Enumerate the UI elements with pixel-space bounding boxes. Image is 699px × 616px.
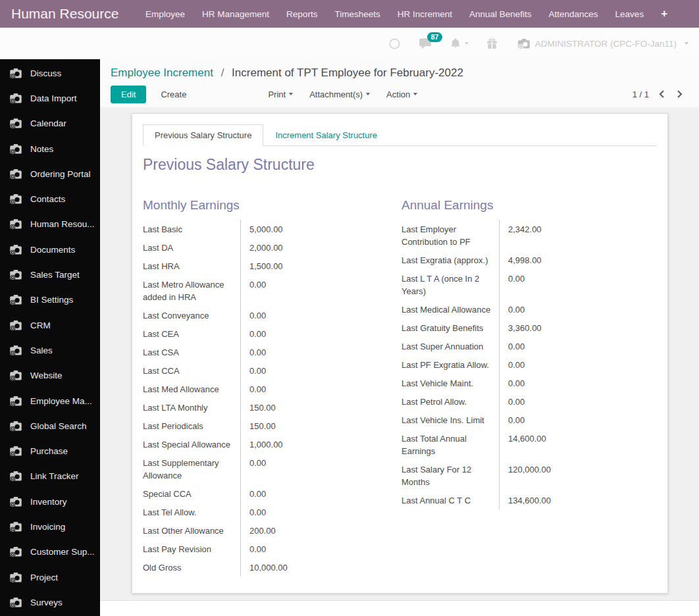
sidebar-item-calendar[interactable]: Calendar — [0, 111, 100, 136]
sidebar-item-documents[interactable]: Documents — [0, 237, 100, 262]
notebook-tabs: Previous Salary Structure Increment Sala… — [143, 124, 657, 146]
field-value: 0.00 — [240, 361, 390, 380]
field-label: Last Employer Contribution to PF — [401, 220, 499, 251]
attachments-dropdown[interactable]: Attachment(s) — [309, 90, 370, 99]
broken-image-icon — [9, 345, 22, 356]
field-value: 0.00 — [240, 484, 390, 503]
field-row: Last HRA 1,500.00 — [143, 257, 390, 275]
nav-item-hr-management[interactable]: HR Management — [194, 9, 278, 19]
nav-item-attendances[interactable]: Attendances — [540, 9, 607, 19]
broken-image-icon — [9, 496, 22, 507]
field-label: Last CEA — [143, 324, 240, 343]
field-label: Last Metro Allowance added in HRA — [143, 275, 240, 306]
user-name: ADMINISTRATOR (CPC-FO-Jan11) — [535, 39, 677, 49]
field-row: Last Pay Revision 0.00 — [143, 540, 390, 558]
sidebar-item-label: Project — [30, 573, 58, 582]
field-value: 150.00 — [240, 398, 390, 417]
pager-previous-button[interactable] — [656, 88, 667, 100]
sidebar-item-bi-settings[interactable]: BI Settings — [0, 288, 100, 313]
broken-image-icon — [9, 143, 22, 155]
button-row: Edit Create Print Attachment(s) Action 1… — [111, 85, 690, 103]
sidebar-item-link-tracker[interactable]: Link Tracker — [0, 464, 100, 489]
sidebar-item-website[interactable]: Website — [0, 363, 100, 388]
broken-image-icon — [9, 597, 22, 608]
edit-button[interactable]: Edit — [111, 86, 146, 103]
sidebar-item-label: Surveys — [30, 598, 63, 607]
broken-image-icon — [9, 244, 22, 255]
field-row: Last DA 2,000.00 — [143, 238, 390, 257]
sidebar-item-contacts[interactable]: Contacts — [0, 186, 100, 211]
sidebar-item-label: Link Tracker — [30, 471, 79, 481]
broken-image-icon — [9, 597, 22, 608]
sidebar-item-discuss[interactable]: Discuss — [0, 61, 100, 86]
sidebar-item-label: Purchase — [30, 446, 68, 456]
sidebar-item-label: Notes — [30, 144, 53, 154]
chevron-down-icon — [413, 93, 417, 95]
nav-item-employee[interactable]: Employee — [137, 9, 194, 19]
sidebar-item-label: Sales Target — [30, 270, 80, 280]
sidebar-item-data-import[interactable]: Data Import — [0, 86, 100, 111]
field-value: 1,500.00 — [240, 257, 390, 275]
sidebar-item-invoicing[interactable]: Invoicing — [0, 514, 100, 539]
broken-image-icon — [9, 345, 22, 356]
field-value: 0.00 — [240, 306, 390, 324]
field-label: Last Gratuity Benefits — [401, 319, 499, 337]
sidebar-item-human-resou[interactable]: Human Resou... — [0, 212, 100, 237]
sidebar-item-label: Documents — [30, 245, 75, 255]
sidebar-item-label: Contacts — [30, 194, 65, 204]
notifications-menu[interactable] — [450, 38, 469, 49]
field-value: 0.00 — [499, 300, 649, 319]
tab-increment-salary-structure[interactable]: Increment Salary Structure — [263, 124, 389, 146]
sidebar-item-crm[interactable]: CRM — [0, 313, 100, 338]
nav-item-annual-benefits[interactable]: Annual Benefits — [461, 9, 540, 19]
field-label: Last Salary For 12 Months — [401, 460, 499, 491]
broken-image-icon — [9, 218, 22, 230]
print-dropdown[interactable]: Print — [268, 90, 293, 99]
sidebar-item-notes[interactable]: Notes — [0, 136, 100, 161]
sidebar-item-surveys[interactable]: Surveys — [0, 590, 100, 615]
app-brand[interactable]: Human Resource — [0, 6, 137, 22]
sidebar-item-inventory[interactable]: Inventory — [0, 489, 100, 514]
breadcrumb-parent-link[interactable]: Employee Increment — [111, 66, 213, 79]
sidebar-item-global-search[interactable]: Global Search — [0, 413, 100, 438]
user-menu[interactable]: ADMINISTRATOR (CPC-FO-Jan11) — [517, 38, 688, 49]
main-content: Employee Increment / Increment of TPT Em… — [100, 59, 699, 616]
field-value: 134,600.00 — [499, 491, 649, 509]
create-button[interactable]: Create — [153, 86, 194, 103]
sidebar-item-ordering-portal[interactable]: Ordering Portal — [0, 161, 100, 186]
field-label: Last Vehicle Ins. Limit — [401, 411, 499, 429]
nav-item-hr-increment[interactable]: HR Increment — [389, 9, 461, 19]
sidebar-item-sales-target[interactable]: Sales Target — [0, 262, 100, 287]
action-dropdowns: Print Attachment(s) Action — [268, 90, 417, 99]
chevron-down-icon — [289, 93, 293, 95]
annual-earnings-group: Annual Earnings Last Employer Contributi… — [401, 198, 649, 577]
gift-icon[interactable] — [486, 38, 498, 49]
tab-previous-salary-structure[interactable]: Previous Salary Structure — [143, 124, 263, 146]
page-title: Previous Salary Structure — [143, 156, 657, 174]
form-sheet: Previous Salary Structure Increment Sala… — [132, 113, 668, 594]
nav-item-leaves[interactable]: Leaves — [607, 9, 653, 19]
broken-image-icon — [9, 471, 22, 482]
field-label: Last Super Annuation — [401, 337, 499, 355]
sidebar-item-customer-sup[interactable]: Customer Sup... — [0, 540, 100, 565]
nav-item-reports[interactable]: Reports — [278, 9, 326, 19]
broken-image-icon — [9, 396, 22, 407]
plus-icon[interactable]: + — [654, 7, 674, 20]
broken-image-icon — [9, 68, 22, 79]
sidebar-item-label: Human Resou... — [30, 219, 95, 229]
field-label: Last Med Allowance — [143, 380, 240, 398]
sidebar-item-sales[interactable]: Sales — [0, 338, 100, 363]
annual-earnings-fields: Last Employer Contribution to PF 2,342.0… — [401, 220, 649, 509]
field-row: Last Basic 5,000.00 — [143, 220, 390, 238]
action-dropdown[interactable]: Action — [386, 90, 417, 99]
gift-box-icon — [486, 38, 498, 49]
nav-item-timesheets[interactable]: Timesheets — [326, 9, 388, 19]
sidebar-item-project[interactable]: Project — [0, 565, 100, 590]
sidebar-item-employee-ma[interactable]: Employee Ma... — [0, 388, 100, 413]
activities-icon[interactable] — [388, 38, 401, 50]
pager-next-button[interactable] — [674, 88, 686, 100]
sidebar-item-purchase[interactable]: Purchase — [0, 438, 100, 463]
messages-menu[interactable]: 87 — [419, 38, 432, 49]
broken-image-icon — [9, 193, 22, 205]
broken-image-icon — [9, 269, 22, 280]
